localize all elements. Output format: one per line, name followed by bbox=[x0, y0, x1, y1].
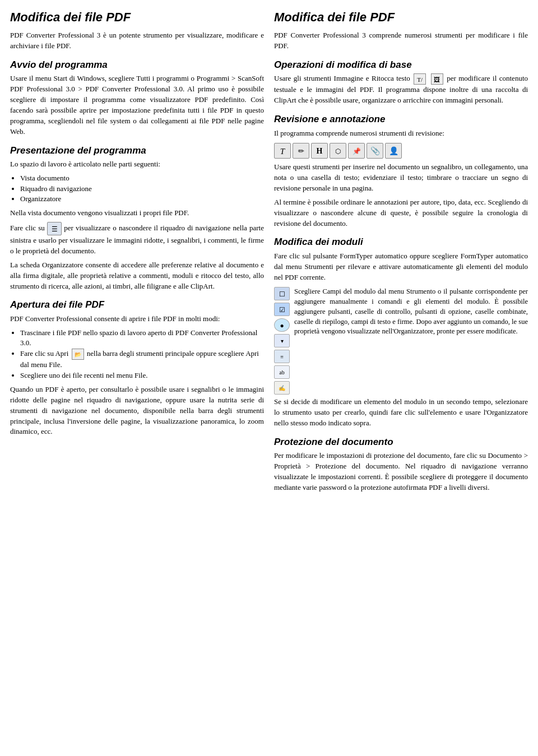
left-main-title: Modifica dei file PDF bbox=[10, 10, 264, 25]
list-icon[interactable]: ≡ bbox=[274, 350, 290, 363]
sec-revisione-p1: Il programma comprende numerosi strument… bbox=[274, 128, 528, 139]
sec-modifica-base-title: Operazioni di modifica di base bbox=[274, 59, 528, 71]
list-item-organizzatore: Organizzatore bbox=[20, 194, 264, 205]
list-item-riquadro: Riquadro di navigazione bbox=[20, 184, 264, 194]
user-icon[interactable]: 👤 bbox=[385, 143, 402, 159]
right-main-title: Modifica dei file PDF bbox=[274, 10, 528, 25]
nav-toggle-icon[interactable]: ☰ bbox=[47, 222, 62, 235]
sec-avvio-title: Avvio del programma bbox=[10, 59, 264, 71]
sec-moduli-title: Modifica dei moduli bbox=[274, 236, 528, 248]
right-column: Modifica dei file PDF PDF Converter Prof… bbox=[274, 10, 528, 746]
radio-icon[interactable]: ● bbox=[274, 318, 290, 332]
sec-avvio-p1: Usare il menu Start di Windows, sceglier… bbox=[10, 73, 264, 137]
sec-moduli-p1: Fare clic sul pulsante FormTyper automat… bbox=[274, 251, 528, 283]
combo-icon[interactable]: ▾ bbox=[274, 334, 290, 347]
sec-revisione-p2: Usare questi strumenti per inserire nel … bbox=[274, 162, 528, 194]
highlight-icon[interactable]: H bbox=[311, 143, 328, 159]
sec-apertura-title: Apertura dei file PDF bbox=[10, 299, 264, 310]
apertura-list: Trascinare i file PDF nello spazio di la… bbox=[20, 328, 264, 381]
signature-icon[interactable]: ✍ bbox=[274, 381, 290, 395]
ritocca-testo-icon[interactable]: T/ bbox=[414, 73, 426, 85]
sec-presentazione-p2: Fare clic su ☰ per visualizzare o nascon… bbox=[10, 222, 264, 257]
page: Modifica dei file PDF PDF Converter Prof… bbox=[0, 0, 538, 756]
pencil-icon[interactable]: ✏ bbox=[293, 143, 309, 159]
sec-apertura-p2: Quando un PDF è aperto, per consultarlo … bbox=[10, 384, 264, 437]
sec-revisione-p3: Al termine è possibile ordinare le annot… bbox=[274, 197, 528, 229]
sec-modifica-base-p1: Usare gli strumenti Immagine e Ritocca t… bbox=[274, 73, 528, 106]
sec-apertura-p1: PDF Converter Professional consente di a… bbox=[10, 314, 264, 324]
sec-presentazione-p3: La scheda Organizzatore consente di acce… bbox=[10, 260, 264, 292]
moduli-section: ☐ ☑ ● ▾ ≡ ab ✍ Scegliere Campi del modul… bbox=[274, 287, 528, 395]
immagine-icon[interactable]: 🖼 bbox=[431, 73, 443, 85]
stamp-icon[interactable]: ⬡ bbox=[330, 143, 346, 159]
apertura-item-3: Scegliere uno dei file recenti nel menu … bbox=[20, 370, 264, 381]
checkbox-icon[interactable]: ☑ bbox=[274, 303, 290, 316]
textfield-icon[interactable]: ab bbox=[274, 365, 290, 379]
presentazione-list: Vista documento Riquadro di navigazione … bbox=[20, 173, 264, 205]
open-icon[interactable]: 📂 bbox=[72, 349, 84, 360]
note-icon[interactable]: 📌 bbox=[348, 143, 365, 159]
clip-icon[interactable]: 📎 bbox=[367, 143, 383, 159]
sec-presentazione-intro: Lo spazio di lavoro è articolato nelle p… bbox=[10, 159, 264, 170]
form-field-icon[interactable]: ☐ bbox=[274, 287, 290, 300]
left-intro: PDF Converter Professional 3 è un potent… bbox=[10, 30, 264, 52]
form-icon-list: ☐ ☑ ● ▾ ≡ ab ✍ bbox=[274, 287, 290, 395]
moduli-text2: Se si decide di modificare un elemento d… bbox=[274, 397, 528, 429]
sec-presentazione-p1: Nella vista documento vengono visualizza… bbox=[10, 208, 264, 219]
sec-presentazione-title: Presentazione del programma bbox=[10, 145, 264, 156]
sec-revisione-title: Revisione e annotazione bbox=[274, 114, 528, 125]
left-column: Modifica dei file PDF PDF Converter Prof… bbox=[10, 10, 264, 746]
apertura-item-2: Fare clic su Apri 📂 nella barra degli st… bbox=[20, 349, 264, 370]
apertura-item-1: Trascinare i file PDF nello spazio di la… bbox=[20, 328, 264, 349]
moduli-text: Scegliere Campi del modulo dal menu Stru… bbox=[294, 287, 528, 391]
text-icon[interactable]: T bbox=[274, 143, 291, 159]
list-item-vista: Vista documento bbox=[20, 173, 264, 184]
right-intro: PDF Converter Professional 3 comprende n… bbox=[274, 30, 528, 52]
revisione-toolbar: T ✏ H ⬡ 📌 📎 👤 bbox=[274, 143, 528, 159]
sec-protezione-p1: Per modificare le impostazioni di protez… bbox=[274, 451, 528, 493]
sec-protezione-title: Protezione del documento bbox=[274, 437, 528, 448]
